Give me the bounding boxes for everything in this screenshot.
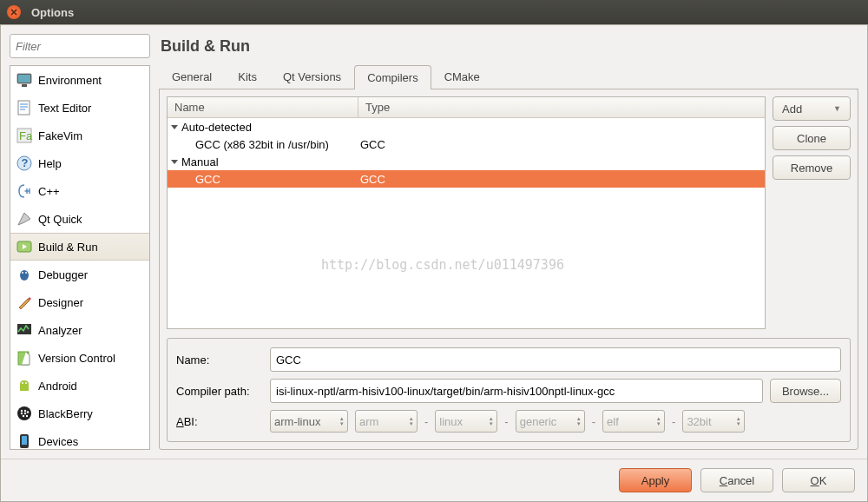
close-icon[interactable] [7, 5, 21, 19]
column-name[interactable]: Name [168, 97, 358, 117]
abi-format-select: elf▴▾ [602, 410, 665, 433]
version-control-icon [16, 349, 33, 367]
svg-point-21 [24, 410, 26, 412]
tree-item-auto-gcc[interactable]: GCC (x86 32bit in /usr/bin) GCC [168, 135, 765, 153]
expander-icon[interactable] [171, 125, 178, 129]
svg-point-17 [22, 382, 23, 384]
name-input[interactable] [270, 347, 841, 372]
cpp-icon [16, 182, 33, 200]
category-analyzer[interactable]: Analyzer [10, 316, 149, 344]
dialog-body: Environment Text Editor Fa FakeVim ? Hel… [0, 24, 868, 502]
svg-point-18 [25, 382, 27, 384]
abi-arch-select: arm▴▾ [355, 410, 418, 433]
category-environment[interactable]: Environment [10, 66, 149, 94]
monitor-icon [16, 71, 33, 89]
cancel-button[interactable]: Cancel [700, 468, 773, 492]
tree-body[interactable]: Auto-detected GCC (x86 32bit in /usr/bin… [168, 118, 765, 328]
designer-icon [16, 294, 33, 311]
svg-text:?: ? [22, 156, 29, 169]
remove-button[interactable]: Remove [773, 155, 851, 180]
path-label: Compiler path: [176, 385, 263, 398]
svg-rect-28 [22, 436, 27, 445]
debugger-icon [16, 266, 33, 283]
svg-rect-2 [22, 84, 27, 87]
svg-point-20 [21, 410, 23, 412]
svg-rect-1 [18, 75, 30, 83]
chevron-down-icon: ▼ [833, 104, 841, 113]
svg-point-13 [22, 272, 23, 274]
category-android[interactable]: Android [10, 372, 149, 400]
svg-rect-3 [18, 101, 30, 115]
tab-compilers[interactable]: Compilers [354, 65, 431, 89]
tree-group-auto[interactable]: Auto-detected [168, 118, 765, 135]
category-version-control[interactable]: Version Control [10, 344, 149, 372]
devices-icon [16, 433, 33, 450]
document-icon [16, 99, 33, 116]
column-type[interactable]: Type [358, 97, 397, 117]
tree-group-manual[interactable]: Manual [168, 153, 765, 170]
tab-kits[interactable]: Kits [225, 64, 270, 89]
abi-flavor-select: generic▴▾ [516, 410, 585, 433]
category-label: Android [38, 380, 77, 393]
svg-point-14 [25, 272, 27, 274]
fakevim-icon: Fa [16, 127, 33, 144]
svg-point-26 [26, 415, 28, 417]
tab-content: Name Type Auto-detected GCC (x86 32bit i… [159, 89, 858, 450]
svg-point-23 [24, 413, 26, 414]
category-label: BlackBerry [38, 407, 93, 420]
expander-icon[interactable] [171, 160, 178, 164]
svg-text:Fa: Fa [19, 129, 33, 142]
category-label: Designer [38, 296, 83, 309]
category-label: Debugger [38, 268, 88, 281]
title-bar: Options [0, 0, 868, 24]
compiler-detail: Name: Compiler path: Browse... ABI: arm-… [167, 338, 851, 442]
abi-width-select: 32bit▴▾ [682, 410, 745, 433]
tab-cmake[interactable]: CMake [431, 64, 493, 89]
svg-point-24 [27, 411, 29, 413]
category-build-run[interactable]: Build & Run [10, 233, 149, 261]
apply-button[interactable]: Apply [619, 468, 692, 492]
help-icon: ? [16, 155, 33, 172]
dialog-footer: Apply Cancel OK [1, 459, 867, 501]
window-title: Options [31, 6, 74, 19]
tab-qtversions[interactable]: Qt Versions [270, 64, 354, 89]
analyzer-icon [16, 321, 33, 339]
category-label: Devices [38, 435, 78, 448]
category-list[interactable]: Environment Text Editor Fa FakeVim ? Hel… [10, 65, 150, 450]
category-text-editor[interactable]: Text Editor [10, 94, 149, 122]
category-label: Version Control [38, 352, 115, 365]
tab-general[interactable]: General [159, 64, 225, 89]
svg-point-12 [20, 270, 29, 281]
clone-button[interactable]: Clone [773, 126, 851, 150]
category-devices[interactable]: Devices [10, 427, 149, 450]
name-label: Name: [176, 353, 263, 367]
compiler-path-input[interactable] [270, 379, 763, 403]
category-qtquick[interactable]: Qt Quick [10, 205, 149, 233]
category-cpp[interactable]: C++ [10, 177, 149, 205]
ok-button[interactable]: OK [782, 468, 855, 492]
category-blackberry[interactable]: BlackBerry [10, 400, 149, 427]
abi-select[interactable]: arm-linux▴▾ [270, 410, 348, 433]
category-help[interactable]: ? Help [10, 149, 149, 177]
add-button[interactable]: Add ▼ [773, 96, 851, 121]
abi-label: ABI: [176, 415, 263, 428]
category-label: Build & Run [38, 241, 98, 254]
category-fakevim[interactable]: Fa FakeVim [10, 122, 149, 149]
category-debugger[interactable]: Debugger [10, 261, 149, 288]
tab-bar: General Kits Qt Versions Compilers CMake [159, 64, 858, 89]
tree-header: Name Type [168, 97, 765, 118]
category-label: Text Editor [38, 102, 91, 115]
page-title: Build & Run [161, 37, 858, 56]
svg-point-22 [21, 413, 23, 414]
tree-item-manual-gcc[interactable]: GCC GCC [168, 170, 765, 188]
category-label: Analyzer [38, 324, 82, 337]
android-icon [16, 377, 33, 394]
category-label: C++ [38, 185, 60, 198]
category-designer[interactable]: Designer [10, 288, 149, 316]
filter-input[interactable] [10, 34, 150, 58]
browse-button[interactable]: Browse... [770, 379, 841, 403]
abi-os-select: linux▴▾ [435, 410, 497, 433]
category-label: Environment [38, 74, 102, 87]
compiler-tree[interactable]: Name Type Auto-detected GCC (x86 32bit i… [167, 96, 766, 329]
category-label: Help [38, 157, 62, 170]
